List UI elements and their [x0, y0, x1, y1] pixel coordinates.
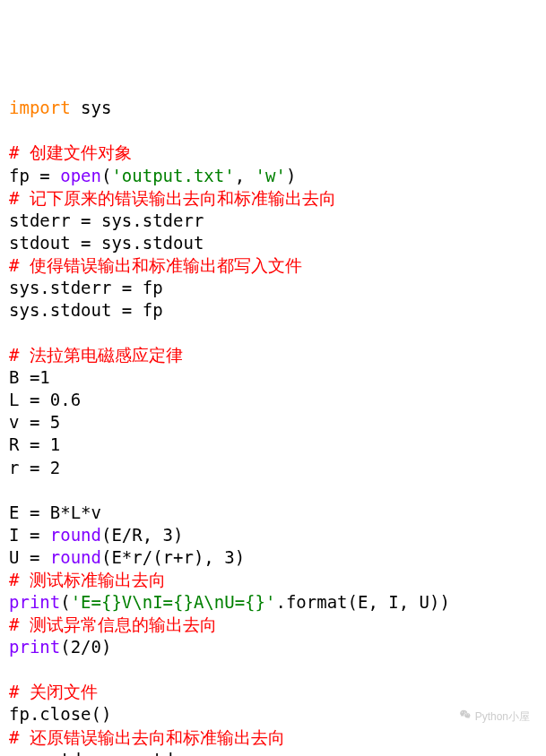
- builtin-round: round: [50, 525, 101, 545]
- code-block: import sys # 创建文件对象 fp = open('output.tx…: [9, 97, 537, 756]
- code-text: stdout = sys.stdout: [9, 233, 204, 253]
- builtin-open: open: [60, 166, 101, 185]
- comment: # 关闭文件: [9, 682, 98, 701]
- comment: # 测试异常信息的输出去向: [9, 614, 217, 634]
- wechat-icon: [446, 695, 471, 740]
- watermark-text: Python小屋: [475, 710, 530, 725]
- code-text: v = 5: [9, 412, 60, 432]
- code-text: sys.stderr = stderr: [9, 750, 204, 756]
- comment: # 记下原来的错误输出去向和标准输出去向: [9, 188, 336, 208]
- code-text: r = 2: [9, 458, 60, 477]
- code-text: E = B*L*v: [9, 503, 101, 522]
- code-text: R = 1: [9, 434, 60, 454]
- code-text: L = 0.6: [9, 390, 81, 409]
- comment: # 法拉第电磁感应定律: [9, 345, 183, 365]
- code-text: fp =: [9, 166, 60, 185]
- code-text: sys: [71, 98, 112, 117]
- comment: # 创建文件对象: [9, 142, 132, 162]
- code-text: stderr = sys.stderr: [9, 210, 204, 230]
- comment: # 使得错误输出和标准输出都写入文件: [9, 255, 302, 275]
- code-text: (2/0): [60, 637, 111, 657]
- comment: # 还原错误输出去向和标准输出去向: [9, 727, 285, 747]
- builtin-print: print: [9, 637, 60, 657]
- code-text: B =1: [9, 367, 50, 387]
- code-text: sys.stderr = fp: [9, 278, 163, 297]
- watermark: Python小屋: [446, 695, 530, 740]
- code-text: I =: [9, 525, 50, 545]
- builtin-round: round: [50, 547, 101, 567]
- code-text: (: [60, 592, 70, 612]
- string-literal: 'E={}V\nI={}A\nU={}': [71, 592, 276, 612]
- builtin-print: print: [9, 592, 60, 612]
- code-text: (: [101, 166, 111, 185]
- code-text: U =: [9, 547, 50, 567]
- code-text: ): [286, 166, 296, 185]
- code-text: .format(E, I, U)): [275, 592, 449, 612]
- keyword-import: import: [9, 98, 71, 117]
- comment: # 测试标准输出去向: [9, 570, 166, 589]
- code-text: (E*r/(r+r), 3): [101, 547, 245, 567]
- code-text: sys.stdout = fp: [9, 300, 163, 320]
- code-text: fp.close(): [9, 704, 111, 724]
- string-literal: 'output.txt': [111, 166, 234, 185]
- code-text: (E/R, 3): [101, 525, 184, 545]
- code-text: ,: [235, 166, 256, 185]
- string-literal: 'w': [256, 166, 286, 185]
